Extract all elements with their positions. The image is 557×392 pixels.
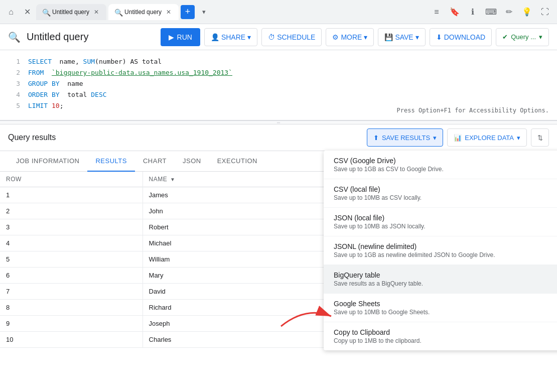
- list-icon-btn[interactable]: ≡: [429, 4, 445, 20]
- cell-name: Joseph: [143, 316, 343, 332]
- sql-line-4: 4 ORDER BY total DESC: [0, 89, 557, 100]
- download-button[interactable]: ⬇ DOWNLOAD: [430, 28, 492, 46]
- cell-name: John: [143, 203, 343, 219]
- back-close-button[interactable]: ✕: [20, 5, 34, 19]
- tab-chart[interactable]: CHART: [135, 151, 175, 172]
- save-chevron-icon: ▾: [415, 33, 419, 41]
- explore-data-button[interactable]: 📊 EXPLORE DATA ▾: [447, 128, 527, 147]
- bulb-icon-btn[interactable]: 💡: [519, 4, 535, 20]
- dropdown-item-desc-jsonl: Save up to 1GB as newline delimited JSON…: [334, 251, 554, 258]
- editor-resize-handle[interactable]: [0, 120, 557, 124]
- dropdown-item-title-json-local: JSON (local file): [334, 214, 554, 222]
- gear-icon: ⚙: [332, 33, 339, 41]
- fullscreen-icon-btn[interactable]: ⛶: [537, 4, 553, 20]
- dropdown-item-desc-sheets: Save up to 10MB to Google Sheets.: [334, 309, 554, 316]
- cell-row: 7: [0, 284, 143, 300]
- tab-json[interactable]: JSON: [175, 151, 209, 172]
- tab-job-information[interactable]: JOB INFORMATION: [8, 151, 87, 172]
- home-button[interactable]: ⌂: [4, 5, 18, 19]
- cell-name: Richard: [143, 300, 343, 316]
- tab-results[interactable]: RESULTS: [87, 151, 135, 172]
- share-button[interactable]: 👤 SHARE ▾: [204, 28, 257, 46]
- dropdown-item-desc-json-local: Save up to 10MB as JSON locally.: [334, 223, 554, 230]
- line-number-3: 3: [8, 78, 20, 89]
- tab-icon-2: 🔍: [114, 9, 121, 16]
- more-chevron-icon: ▾: [364, 33, 367, 41]
- explore-icon: 📊: [454, 134, 462, 142]
- expand-button[interactable]: ⇅: [531, 128, 549, 147]
- dropdown-item-title: CSV (Google Drive): [334, 157, 554, 165]
- share-icon: 👤: [211, 33, 219, 41]
- cell-name: David: [143, 284, 343, 300]
- schedule-button[interactable]: ⏱ SCHEDULE: [261, 28, 322, 46]
- info-icon-btn[interactable]: ℹ: [465, 4, 481, 20]
- cell-row: 8: [0, 300, 143, 316]
- line-number-5: 5: [8, 100, 20, 111]
- dropdown-jsonl[interactable]: JSONL (newline delimited) Save up to 1GB…: [324, 236, 557, 265]
- cell-row: 6: [0, 268, 143, 284]
- dropdown-item-title-jsonl: JSONL (newline delimited): [334, 242, 554, 250]
- line-number-4: 4: [8, 89, 20, 100]
- cell-row: 4: [0, 235, 143, 251]
- browser-toolbar-right: ≡ 🔖 ℹ ⌨ ✏ 💡 ⛶: [429, 4, 553, 20]
- dropdown-csv-local[interactable]: CSV (local file) Save up to 10MB as CSV …: [324, 179, 557, 208]
- cell-row: 1: [0, 187, 143, 203]
- run-button[interactable]: ▶ RUN: [161, 28, 200, 46]
- results-header: Query results ⬆ SAVE RESULTS ▾ 📊 EXPLORE…: [0, 124, 557, 151]
- tab-execution[interactable]: EXECUTION: [209, 151, 265, 172]
- sql-code-2: FROM `bigquery-public-data.usa_names.usa…: [28, 67, 232, 78]
- cell-row: 5: [0, 251, 143, 268]
- dropdown-item-title-csv-local: CSV (local file): [334, 185, 554, 193]
- dropdown-item-title-bq-table: BigQuery table: [334, 271, 554, 279]
- col-header-name[interactable]: name ▼: [143, 172, 343, 187]
- keyboard-icon-btn[interactable]: ⌨: [483, 4, 499, 20]
- cell-name: Mary: [143, 268, 343, 284]
- cell-name: Charles: [143, 332, 343, 348]
- more-button[interactable]: ⚙ MORE ▾: [326, 28, 374, 46]
- app-toolbar: 🔍 Untitled query ▶ RUN 👤 SHARE ▾ ⏱ SCHED…: [0, 24, 557, 50]
- query-title: Untitled query: [27, 31, 88, 43]
- dropdown-google-sheets[interactable]: Google Sheets Save up to 10MB to Google …: [324, 294, 557, 322]
- tab-close-2[interactable]: ✕: [165, 8, 173, 16]
- new-tab-button[interactable]: +: [181, 5, 195, 19]
- run-icon: ▶: [169, 33, 174, 41]
- line-number-1: 1: [8, 56, 20, 67]
- cell-row: 2: [0, 203, 143, 219]
- cell-row: 3: [0, 219, 143, 235]
- line-number-2: 2: [8, 67, 20, 78]
- edit-icon-btn[interactable]: ✏: [501, 4, 517, 20]
- explore-chevron: ▾: [517, 134, 520, 142]
- save-results-button[interactable]: ⬆ SAVE RESULTS ▾: [367, 128, 443, 147]
- sql-code-3: GROUP BY name: [28, 78, 83, 89]
- browser-toolbar: ⌂ ✕ 🔍 Untitled query ✕ 🔍 Untitled query …: [0, 0, 557, 24]
- sql-code-1: SELECT name, SUM(number) AS total: [28, 56, 162, 67]
- dropdown-bq-table[interactable]: BigQuery table Save results as a BigQuer…: [324, 265, 557, 294]
- query-status: ✔ Query ... ▾: [496, 28, 549, 46]
- bookmark-icon-btn[interactable]: 🔖: [447, 4, 463, 20]
- tab-1[interactable]: 🔍 Untitled query ✕: [36, 4, 106, 20]
- tab-2[interactable]: 🔍 Untitled query ✕: [108, 4, 179, 20]
- save-icon: 💾: [384, 33, 393, 41]
- status-check-icon: ✔: [502, 33, 508, 41]
- col-header-row: Row: [0, 172, 143, 187]
- dropdown-json-local[interactable]: JSON (local file) Save up to 10MB as JSO…: [324, 208, 557, 236]
- sql-code-4: ORDER BY total DESC: [28, 89, 107, 100]
- dropdown-item-desc-csv-local: Save up to 10MB as CSV locally.: [334, 194, 554, 201]
- cell-row: 9: [0, 316, 143, 332]
- tab-close-1[interactable]: ✕: [92, 8, 100, 16]
- search-icon: 🔍: [8, 31, 21, 43]
- save-results-dropdown: CSV (Google Drive) Save up to 1GB as CSV…: [324, 151, 557, 350]
- cell-name: William: [143, 251, 343, 268]
- share-chevron-icon: ▾: [247, 33, 251, 41]
- tab-title-1: Untitled query: [52, 9, 89, 16]
- dropdown-item-desc: Save up to 1GB as CSV to Google Drive.: [334, 166, 554, 173]
- more-tabs-button[interactable]: ▾: [197, 5, 211, 19]
- sql-editor-content[interactable]: 1 SELECT name, SUM(number) AS total 2 FR…: [0, 50, 557, 120]
- save-button[interactable]: 💾 SAVE ▾: [378, 28, 425, 46]
- dropdown-csv-gdrive[interactable]: CSV (Google Drive) Save up to 1GB as CSV…: [324, 151, 557, 179]
- sql-line-2: 2 FROM `bigquery-public-data.usa_names.u…: [0, 67, 557, 78]
- schedule-icon: ⏱: [268, 33, 275, 41]
- sql-editor[interactable]: 1 SELECT name, SUM(number) AS total 2 FR…: [0, 50, 557, 124]
- dropdown-clipboard[interactable]: Copy to Clipboard Copy up to 1MB to the …: [324, 322, 557, 350]
- results-actions: ⬆ SAVE RESULTS ▾ 📊 EXPLORE DATA ▾ ⇅: [367, 128, 549, 147]
